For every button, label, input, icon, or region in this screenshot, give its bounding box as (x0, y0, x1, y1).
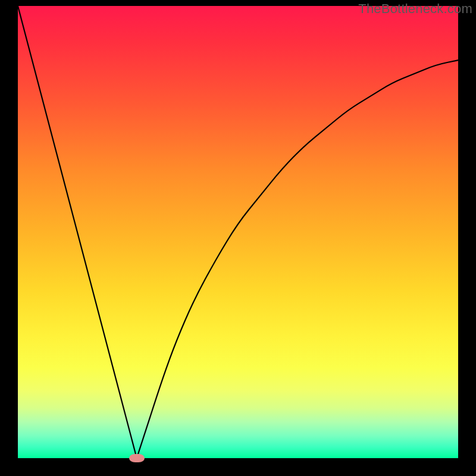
bottleneck-curve (18, 6, 458, 458)
chart-frame: TheBottleneck.com (0, 0, 476, 476)
plot-area (18, 6, 458, 458)
watermark-text: TheBottleneck.com (358, 1, 472, 17)
minimum-marker (129, 454, 145, 462)
curve-svg (18, 6, 458, 458)
